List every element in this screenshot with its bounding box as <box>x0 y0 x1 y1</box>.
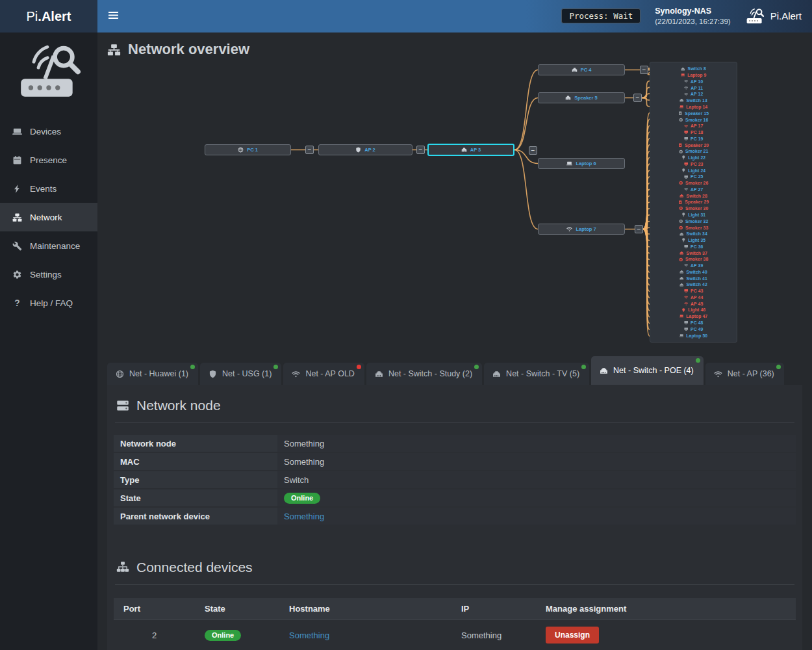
panel-device[interactable]: AP 44 <box>650 294 737 301</box>
panel-device[interactable]: Laptop 14 <box>650 104 737 110</box>
panel-device-label: Light 31 <box>688 213 705 217</box>
panel-device[interactable]: Switch 28 <box>650 192 737 199</box>
panel-device[interactable]: PC 25 <box>650 174 737 180</box>
hostname-link[interactable]: Something <box>289 630 329 640</box>
monitor-icon <box>684 162 689 166</box>
panel-device[interactable]: AP 27 <box>650 187 737 193</box>
diagram-node-laptop6[interactable]: Laptop 6 <box>538 158 625 169</box>
wifi-icon <box>684 187 689 192</box>
panel-device[interactable]: PC 49 <box>650 326 737 332</box>
sidebar-item-network[interactable]: Network <box>0 203 97 231</box>
diagram-node-laptop7[interactable]: Laptop 7 <box>538 224 625 235</box>
panel-device[interactable]: PC 43 <box>650 288 737 294</box>
collapse-button-speaker5[interactable]: − <box>633 94 642 102</box>
panel-device-label: Laptop 50 <box>686 333 707 338</box>
panel-device-label: Smoker 16 <box>685 118 708 122</box>
panel-device[interactable]: Smoker 21 <box>650 148 737 155</box>
panel-device[interactable]: Switch 41 <box>650 275 737 281</box>
cell-manage: Unassign <box>536 620 796 650</box>
sidebar-item-events[interactable]: Events <box>0 174 97 203</box>
tab-net-huawei-1[interactable]: Net - Huawei (1) <box>107 363 198 385</box>
sidebar-item-maintenance[interactable]: Maintenance <box>0 231 97 260</box>
panel-device[interactable]: Smoker 33 <box>650 224 737 231</box>
diagram-node-speaker5[interactable]: Speaker 5 <box>538 92 625 103</box>
column-header-port: Port <box>114 598 195 620</box>
sidebar-item-presence[interactable]: Presence <box>0 146 97 174</box>
panel-device[interactable]: AP 39 <box>650 263 737 269</box>
panel-device[interactable]: Switch 37 <box>650 250 737 256</box>
collapse-button-ap3[interactable]: − <box>529 146 537 155</box>
unassign-button[interactable]: Unassign <box>546 627 599 644</box>
panel-device-label: Laptop 47 <box>686 314 707 318</box>
panel-device[interactable]: Speaker 20 <box>650 142 737 148</box>
app-logo[interactable]: Pi.Alert <box>0 0 97 32</box>
panel-device[interactable]: Switch 34 <box>650 231 737 237</box>
panel-device[interactable]: AP 10 <box>650 79 737 85</box>
ethernet-icon <box>375 370 383 378</box>
tab-net-ap-36[interactable]: Net - AP (36) <box>705 363 784 385</box>
collapse-button-pc4[interactable]: − <box>640 66 648 74</box>
panel-device[interactable]: PC 19 <box>650 135 737 142</box>
panel-device-label: Switch 42 <box>687 282 707 287</box>
panel-device[interactable]: Smoker 30 <box>650 205 737 212</box>
panel-device[interactable]: Light 24 <box>650 167 737 174</box>
sidebar-item-devices[interactable]: Devices <box>0 117 97 146</box>
tab-status-dot <box>273 365 278 369</box>
ethernet-icon <box>600 367 608 375</box>
panel-device[interactable]: Switch 40 <box>650 269 737 276</box>
diagram-node-pc4[interactable]: PC 4 <box>538 64 625 75</box>
sidebar-toggle-button[interactable] <box>97 0 129 32</box>
collapse-button-ap2[interactable]: − <box>416 146 425 154</box>
panel-device[interactable]: Switch 13 <box>650 98 737 104</box>
calendar-icon <box>12 155 23 165</box>
diagram-node-ap2[interactable]: AP 2 <box>318 144 412 155</box>
panel-device[interactable]: Smoker 16 <box>650 116 737 123</box>
panel-device-label: Switch 13 <box>687 98 707 103</box>
sidebar-item-help-faq[interactable]: ?Help / FAQ <box>0 289 97 317</box>
panel-device[interactable]: Smoker 38 <box>650 256 737 263</box>
sidebar-item-settings[interactable]: Settings <box>0 260 97 289</box>
tab-status-dot <box>190 365 195 369</box>
panel-device[interactable]: Switch 8 <box>650 66 737 72</box>
node-label: Speaker 5 <box>574 95 597 101</box>
panel-device[interactable]: Light 46 <box>650 307 737 313</box>
panel-device[interactable]: Laptop 9 <box>650 72 737 79</box>
tab-net-ap-old[interactable]: Net - AP OLD <box>283 363 364 385</box>
collapse-button-laptop7[interactable]: − <box>635 225 643 233</box>
panel-device[interactable]: AP 45 <box>650 300 737 307</box>
parent-device-link[interactable]: Something <box>284 512 324 521</box>
panel-device[interactable]: Light 22 <box>650 155 737 161</box>
panel-device[interactable]: AP 11 <box>650 84 737 91</box>
tab-net-switch-study-2[interactable]: Net - Switch - Study (2) <box>366 363 482 385</box>
panel-device-label: Speaker 29 <box>685 200 709 204</box>
panel-device[interactable]: AP 17 <box>650 123 737 129</box>
panel-device[interactable]: Laptop 50 <box>650 332 737 339</box>
panel-device[interactable]: Switch 42 <box>650 281 737 288</box>
tab-status-dot <box>696 358 700 363</box>
panel-device[interactable]: AP 12 <box>650 91 737 98</box>
ethernet-icon <box>679 232 684 237</box>
diagram-node-ap3[interactable]: AP 3 <box>427 144 514 156</box>
panel-device[interactable]: PC 18 <box>650 129 737 136</box>
panel-device[interactable]: Light 31 <box>650 212 737 218</box>
panel-device[interactable]: Speaker 15 <box>650 110 737 116</box>
ethernet-icon <box>565 95 571 101</box>
tab-net-switch-poe-4[interactable]: Net - Switch - POE (4) <box>591 356 704 385</box>
panel-device[interactable]: PC 36 <box>650 243 737 250</box>
smoke-icon <box>679 206 683 211</box>
panel-device[interactable]: Smoker 26 <box>650 180 737 187</box>
panel-device[interactable]: Light 35 <box>650 237 737 244</box>
wifi-icon <box>684 295 689 300</box>
panel-device[interactable]: PC 48 <box>650 320 737 326</box>
panel-device-label: Smoker 21 <box>685 149 708 153</box>
panel-device[interactable]: Laptop 47 <box>650 313 737 320</box>
panel-device[interactable]: Speaker 29 <box>650 199 737 205</box>
connected-devices-heading: Connected devices <box>114 554 796 584</box>
tab-net-switch-tv-5[interactable]: Net - Switch - TV (5) <box>484 363 589 385</box>
collapse-button-pc1[interactable]: − <box>305 146 314 154</box>
column-header-ip: IP <box>451 598 536 620</box>
tab-net-usg-1[interactable]: Net - USG (1) <box>200 363 281 385</box>
panel-device[interactable]: PC 23 <box>650 161 737 167</box>
panel-device[interactable]: Smoker 32 <box>650 218 737 224</box>
diagram-node-pc1[interactable]: PC 1 <box>205 144 291 155</box>
